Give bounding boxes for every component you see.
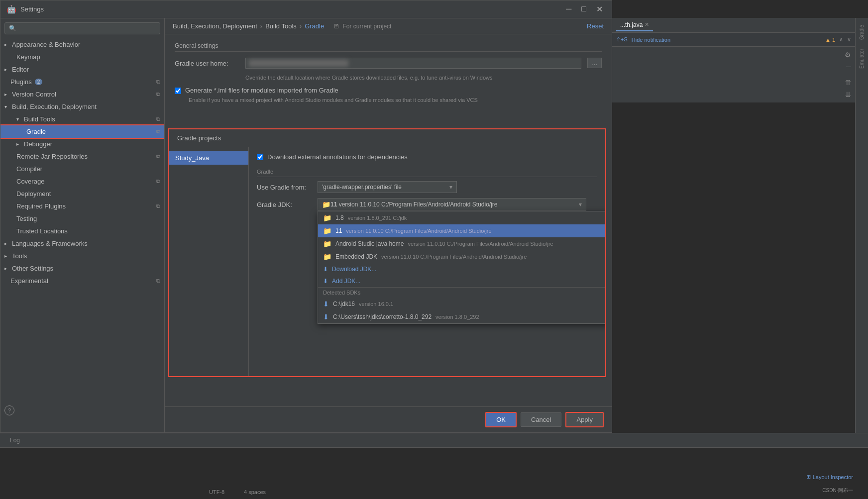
window-title: Settings	[20, 5, 44, 13]
jdk-dropdown-arrow-icon: ▾	[579, 201, 582, 208]
gradle-user-home-label: Gradle user home:	[175, 58, 239, 67]
generate-iml-label: Generate *.iml files for modules importe…	[185, 87, 338, 94]
shortcut-label: ⇧+S	[616, 36, 628, 43]
download-annotations-label: Download external annotations for depend…	[267, 153, 408, 161]
download-jdk-action[interactable]: ⬇ Download JDK...	[318, 263, 605, 275]
close-button[interactable]: ✕	[593, 3, 606, 15]
bottom-content	[0, 448, 868, 499]
sidebar-item-deployment[interactable]: Deployment	[0, 188, 164, 200]
jdk-selected[interactable]: 📁 11 version 11.0.10 C:/Program Files/An…	[318, 198, 586, 211]
gradle-tab[interactable]: Gradle	[858, 22, 866, 43]
sidebar-item-label: Compiler	[16, 165, 42, 173]
sidebar-item-label: Plugins	[10, 78, 32, 86]
sidebar-item-plugins[interactable]: Plugins 2 ⧉	[0, 76, 164, 88]
download-jdk-label: Download JDK...	[332, 266, 376, 273]
apply-button[interactable]: Apply	[565, 412, 604, 427]
file-tab-active[interactable]: ...th.java ✕	[616, 19, 653, 31]
sidebar-item-label: Coverage	[16, 178, 44, 185]
copy-icon-cov: ⧉	[156, 178, 160, 185]
breadcrumb-current: Gradle	[305, 22, 324, 30]
bottom-area: Log	[0, 433, 868, 499]
sidebar-item-debugger[interactable]: Debugger	[0, 138, 164, 150]
general-settings-title: General settings	[175, 42, 602, 52]
ok-button[interactable]: OK	[485, 412, 517, 427]
download-annotations-checkbox[interactable]	[257, 154, 263, 160]
jdk-folder-icon-18: 📁	[323, 214, 331, 222]
for-current-label: 🖹	[333, 23, 339, 30]
sidebar-item-languages[interactable]: Languages & Frameworks	[0, 237, 164, 250]
sidebar-item-build-exec-deploy[interactable]: Build, Execution, Deployment	[0, 100, 164, 113]
sidebar-item-remote-jar[interactable]: Remote Jar Repositories ⧉	[0, 150, 164, 163]
settings-icon[interactable]: ⚙	[845, 51, 851, 59]
sidebar-item-compiler[interactable]: Compiler	[0, 163, 164, 175]
jdk-option-embedded[interactable]: 📁 Embedded JDK version 11.0.10 C:/Progra…	[318, 250, 605, 263]
layout-inspector-icon: ⊞	[806, 474, 811, 480]
gradle-user-home-input[interactable]	[245, 58, 581, 69]
jdk-option-corretto[interactable]: ⬇ C:\Users\tssh\jdks\corretto-1.8.0_292 …	[318, 310, 605, 323]
for-current-text: For current project	[342, 23, 391, 30]
sidebar-item-keymap[interactable]: Keymap	[0, 51, 164, 63]
jdk-option-11[interactable]: 📁 11 version 11.0.10 C:/Program Files/An…	[318, 224, 605, 237]
reset-button[interactable]: Reset	[587, 22, 604, 30]
file-tab-close-icon[interactable]: ✕	[645, 21, 649, 28]
cancel-button[interactable]: Cancel	[521, 412, 561, 427]
copy-icon: ⧉	[156, 79, 160, 85]
move-up-icon[interactable]: ⇈	[845, 79, 851, 87]
dialog-settings: Download external annotations for depend…	[249, 147, 605, 376]
sidebar-item-build-tools[interactable]: Build Tools ⧉	[0, 113, 164, 125]
sidebar-item-testing[interactable]: Testing	[0, 212, 164, 225]
sidebar-item-label: Debugger	[24, 140, 52, 148]
layout-inspector-label[interactable]: ⊞ Layout Inspector	[806, 474, 853, 480]
sidebar-item-label: Required Plugins	[16, 202, 66, 210]
bottom-tab-log[interactable]: Log	[4, 435, 26, 446]
gradle-projects-dialog: Gradle projects Study_Java Download exte…	[168, 128, 606, 377]
breadcrumb-sep-1: ›	[260, 22, 262, 30]
use-gradle-from-row: Use Gradle from: 'gradle-wrapper.propert…	[257, 181, 597, 193]
project-item-study-java[interactable]: Study_Java	[169, 151, 248, 165]
sidebar-item-editor[interactable]: Editor	[0, 63, 164, 76]
search-box[interactable]: 🔍	[4, 22, 160, 34]
sidebar-item-tools[interactable]: Tools	[0, 250, 164, 262]
jdk-option-android-java-home[interactable]: 📁 Android Studio java home version 11.0.…	[318, 237, 605, 250]
breadcrumb-part-2: Build Tools	[265, 22, 297, 30]
breadcrumb-part-1: Build, Execution, Deployment	[173, 22, 257, 30]
add-jdk-action[interactable]: ⬇ Add JDK...	[318, 275, 605, 287]
generate-iml-checkbox[interactable]	[175, 88, 181, 94]
gradle-section-label: Gradle	[257, 169, 597, 177]
minus-icon[interactable]: ─	[846, 63, 851, 71]
hide-notification-button[interactable]: Hide notification	[632, 37, 670, 43]
use-gradle-from-label: Use Gradle from:	[257, 184, 312, 191]
copy-icon-gradle: ⧉	[156, 128, 160, 135]
bottom-tabs: Log	[0, 433, 868, 448]
jdk-option-18[interactable]: 📁 1.8 version 1.8.0_291 C:/jdk	[318, 211, 605, 224]
use-gradle-from-arrow-icon: ▾	[449, 184, 452, 191]
sidebar-item-label: Deployment	[16, 190, 51, 198]
sidebar-item-version-control[interactable]: Version Control ⧉	[0, 88, 164, 100]
gradle-jdk-row: Gradle JDK: 📁 11 version 11.0.10 C:/Prog…	[257, 198, 597, 211]
gradle-user-home-browse-button[interactable]: ...	[587, 58, 602, 68]
maximize-button[interactable]: □	[578, 3, 589, 15]
sidebar-item-gradle[interactable]: Gradle ⧉	[0, 125, 164, 138]
jdk-selected-text: 11 version 11.0.10 C:/Program Files/Andr…	[330, 201, 579, 208]
jdk-option-jdk16[interactable]: ⬇ C:\jdk16 version 16.0.1	[318, 298, 605, 310]
sidebar-item-trusted-locations[interactable]: Trusted Locations	[0, 225, 164, 237]
minimize-button[interactable]: ─	[563, 3, 574, 15]
sidebar-item-label: Gradle	[26, 128, 46, 135]
use-gradle-from-select[interactable]: 'gradle-wrapper.properties' file ▾	[318, 181, 457, 193]
move-down-icon[interactable]: ⇊	[845, 91, 851, 99]
gradle-jdk-label: Gradle JDK:	[257, 201, 312, 208]
jdk-folder-icon-emb: 📁	[323, 253, 331, 261]
add-icon: ⬇	[323, 278, 328, 285]
warning-expand-icon[interactable]: ∧	[839, 36, 843, 43]
sidebar-item-required-plugins[interactable]: Required Plugins ⧉	[0, 200, 164, 212]
sidebar-item-experimental[interactable]: Experimental ⧉	[0, 275, 164, 287]
warning-collapse-icon[interactable]: ∨	[847, 36, 851, 43]
file-tab-label: ...th.java	[620, 21, 643, 28]
sidebar-item-other-settings[interactable]: Other Settings	[0, 262, 164, 275]
help-button[interactable]: ?	[4, 405, 14, 415]
jdk-folder-icon-corretto: ⬇	[323, 313, 329, 321]
sidebar-item-coverage[interactable]: Coverage ⧉	[0, 175, 164, 188]
sidebar-item-appearance[interactable]: Appearance & Behavior	[0, 38, 164, 51]
emulator-tab[interactable]: Emulator	[858, 46, 866, 72]
search-input[interactable]	[19, 25, 156, 32]
